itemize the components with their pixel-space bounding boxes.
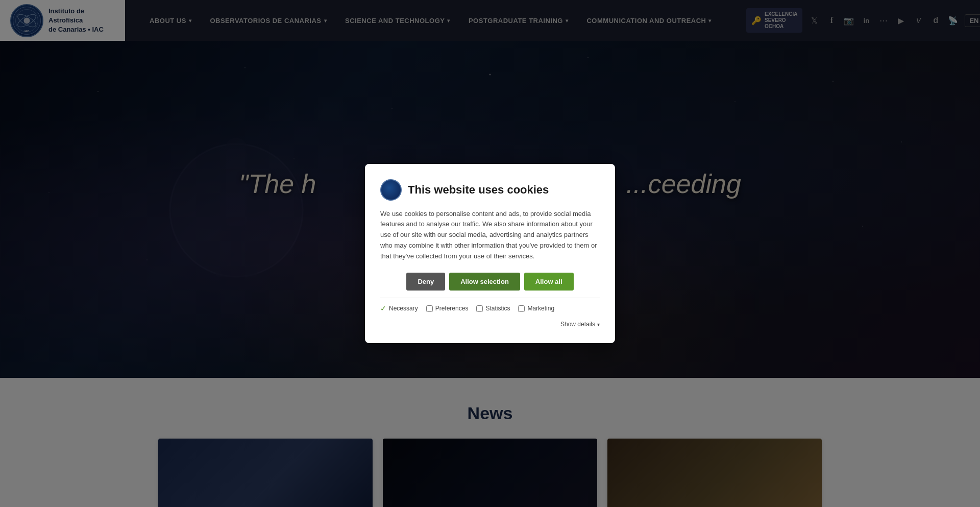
cookie-modal-header: This website uses cookies [380, 179, 600, 201]
cookie-modal-overlay: This website uses cookies We use cookies… [0, 0, 980, 507]
cookie-modal: This website uses cookies We use cookies… [365, 164, 615, 344]
cookie-modal-body: We use cookies to personalise content an… [380, 209, 600, 262]
statistics-checkbox-item[interactable]: Statistics [476, 305, 510, 312]
cookie-checkboxes: ✓ Necessary Preferences Statistics Marke… [380, 298, 600, 328]
allow-all-button[interactable]: Allow all [524, 273, 574, 291]
statistics-checkbox[interactable] [476, 305, 483, 312]
cookie-modal-buttons: Deny Allow selection Allow all [380, 273, 600, 291]
necessary-label: ✓ Necessary [380, 304, 418, 312]
preferences-checkbox-item[interactable]: Preferences [426, 305, 469, 312]
deny-button[interactable]: Deny [406, 273, 445, 291]
preferences-checkbox[interactable] [426, 305, 433, 312]
show-details-button[interactable]: Show details ▾ [560, 321, 600, 328]
chevron-down-icon: ▾ [597, 322, 600, 327]
cookie-modal-title: This website uses cookies [408, 183, 549, 197]
allow-selection-button[interactable]: Allow selection [449, 273, 520, 291]
marketing-checkbox-item[interactable]: Marketing [518, 305, 554, 312]
marketing-checkbox[interactable] [518, 305, 525, 312]
cookie-modal-logo [380, 179, 402, 201]
